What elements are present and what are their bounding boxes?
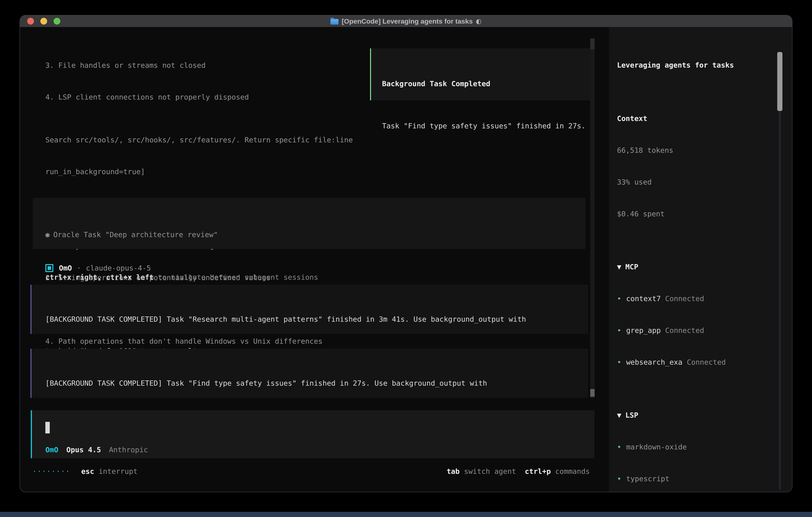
lsp-item-name: markdown-oxide [626,443,687,451]
fisheye-icon: ◉ [46,230,50,239]
minimize-button[interactable] [40,18,47,25]
agent-header: OmO · claude-opus-4-5 [46,263,151,273]
desktop-dock-strip [0,512,812,517]
text-cursor [46,422,50,433]
mcp-item-name: grep_app [626,326,661,334]
bullet-icon: • [617,443,621,451]
esc-key-hint: esc [81,466,94,477]
session-sidebar: Leveraging agents for tasks Context 66,5… [609,27,792,492]
chevron-down-icon: ▼ [617,263,621,271]
input-model-provider: Anthropic [109,444,148,455]
lsp-item: •markdown-oxide [617,442,792,452]
oracle-task-box: ◉Oracle Task "Deep architecture review" … [33,198,585,249]
folder-icon [330,19,339,25]
bullet-icon: • [617,295,621,303]
separator-dot: · [77,263,81,273]
session-title: Leveraging agents for tasks [617,60,792,71]
close-button[interactable] [27,18,34,25]
context-used: 33% used [617,177,792,187]
traffic-lights [27,16,60,27]
oracle-task-line: ◉Oracle Task "Deep architecture review" [46,229,585,240]
mcp-item-status: Connected [687,358,726,366]
lsp-section-header[interactable]: ▼LSP [617,410,792,420]
status-right: tab switch agent ctrl+p commands [446,466,590,477]
status-bar: ········ esc interrupt tab switch agent … [32,466,590,477]
window-titlebar: [OpenCode] Leveraging agents for tasks ◐ [20,16,792,27]
zoom-button[interactable] [54,18,60,25]
mcp-item: •grep_appConnected [617,325,792,336]
background-task-notification: Background Task Completed Task "Find typ… [370,48,594,100]
bullet-icon: • [617,474,621,483]
status-left: ········ esc interrupt [32,466,138,477]
hint-keys: ctrl+x right, ctrl+x left [46,273,154,281]
sidebar-scrollbar-track[interactable] [779,52,781,490]
mcp-item-name: context7 [626,295,661,303]
main-scrollbar-thumb[interactable] [590,389,594,397]
subagent-nav-hint: ctrl+x right, ctrl+x left to navigate be… [46,272,585,282]
esc-key-label: interrupt [98,466,138,477]
notification-title: Background Task Completed [382,78,593,89]
bullet-icon: • [617,358,621,366]
mcp-heading: MCP [626,263,638,271]
context-tokens: 66,518 tokens [617,145,792,156]
bullet-icon: • [617,326,621,334]
lsp-item: •typescript [617,473,792,484]
mcp-item-status: Connected [665,326,704,334]
main-scrollbar-top-segment [590,38,594,49]
mcp-item: •context7Connected [617,293,792,304]
task-event-block: [BACKGROUND TASK COMPLETED] Task "Find t… [30,349,588,398]
opencode-terminal-window: [OpenCode] Leveraging agents for tasks ◐… [20,15,792,492]
task-message-line: [BACKGROUND TASK COMPLETED] Task "Find t… [46,378,588,388]
desktop: [OpenCode] Leveraging agents for tasks ◐… [0,0,812,517]
mcp-item-name: websearch_exa [626,358,683,366]
input-agent-name: OmO [46,444,58,455]
agent-name: OmO [59,263,72,273]
sidebar-scrollbar-thumb[interactable] [777,52,782,111]
chevron-down-icon: ▼ [617,411,621,419]
lsp-heading: LSP [626,411,638,419]
prompt-input[interactable]: OmO Opus 4.5 Anthropic [31,410,594,458]
window-title: [OpenCode] Leveraging agents for tasks [342,18,473,25]
output-line: run_in_background=true] [46,166,577,177]
ctrlp-key-hint: ctrl+p [525,466,551,477]
task-message-line: [BACKGROUND TASK COMPLETED] Task "Resear… [46,314,588,324]
mcp-section-header[interactable]: ▼MCP [617,262,792,272]
context-spent: $0.46 spent [617,209,792,219]
agent-model: claude-opus-4-5 [86,263,151,273]
task-event-block: [BACKGROUND TASK COMPLETED] Task "Resear… [30,285,588,334]
hint-text: to navigate between subagent sessions [154,273,318,281]
window-title-group: [OpenCode] Leveraging agents for tasks ◐ [330,18,482,25]
oracle-task-title: Oracle Task "Deep architecture review" [53,230,218,239]
half-moon-icon: ◐ [476,18,482,25]
tab-key-hint: tab [446,466,460,477]
context-heading: Context [617,113,792,124]
agent-square-icon [46,264,53,272]
activity-dots-icon: ········ [32,466,70,477]
input-model-name: Opus 4.5 [66,444,101,455]
model-selector-row: OmO Opus 4.5 Anthropic [46,444,148,455]
mcp-item-status: Connected [665,295,704,303]
notification-body: Task "Find type safety issues" finished … [382,120,593,131]
ctrlp-key-label: commands [555,466,590,477]
lsp-item-name: typescript [626,474,670,483]
tab-key-label: switch agent [464,466,516,477]
mcp-item: •websearch_exaConnected [617,357,792,368]
main-scrollbar[interactable] [590,38,594,398]
